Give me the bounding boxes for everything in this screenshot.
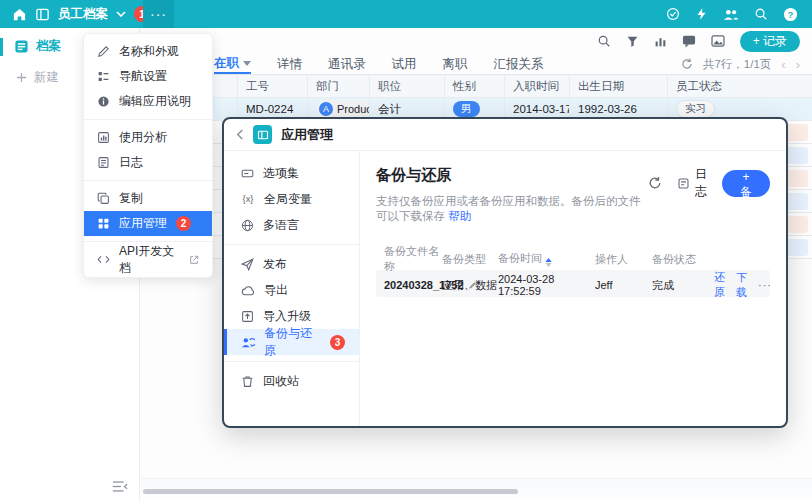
backup-table-header: 备份文件名称 备份类型 备份时间 操作人 备份状态 [376, 244, 770, 264]
col-header[interactable]: 入职时间 [505, 75, 570, 98]
braces-icon: {x} [241, 193, 255, 205]
table-label: 档案 [36, 38, 61, 55]
menu-item-edit-description[interactable]: 编辑应用说明 [84, 89, 212, 114]
info-icon [97, 95, 110, 108]
backup-time: 2024-03-28 17:52:59 [498, 273, 595, 297]
modal-side-option-sets[interactable]: 选项集 [224, 160, 359, 186]
sort-icon[interactable] [545, 258, 552, 267]
horizontal-scrollbar[interactable] [143, 489, 518, 494]
status-pill: 实习 [676, 100, 715, 118]
plus-icon [16, 72, 27, 83]
filter-icon[interactable] [626, 35, 639, 48]
backup-col-header: 备份状态 [652, 252, 714, 267]
table-icon [14, 39, 29, 54]
backup-col-header: 备份类型 [442, 252, 498, 267]
active-table-indicator [0, 38, 3, 56]
download-link[interactable]: 下载 [736, 270, 747, 300]
automation-icon[interactable] [695, 7, 708, 21]
menu-item-usage-analytics[interactable]: 使用分析 [84, 125, 212, 150]
menu-item-api-docs[interactable]: API开发文档 [84, 247, 212, 272]
backup-col-header[interactable]: 备份时间 [498, 251, 595, 267]
col-header[interactable]: 部门 [308, 75, 370, 98]
refresh-icon[interactable] [681, 58, 693, 70]
restore-link[interactable]: 还原 [714, 270, 725, 300]
modal-side-languages[interactable]: 多语言 [224, 212, 359, 238]
modal-side-backup-restore[interactable]: 备份与还原 3 [224, 329, 359, 355]
prev-page-icon[interactable]: ‹ [781, 57, 785, 72]
menu-item-name-appearance[interactable]: 名称和外观 [84, 39, 212, 64]
col-header[interactable]: 出生日期 [570, 75, 668, 98]
svg-text:{x}: {x} [243, 193, 254, 204]
view-tabs: 在职 详情 通讯录 试用 离职 汇报关系 共7行，1/1页 ‹ › [140, 54, 812, 75]
modal-header: 应用管理 [224, 119, 786, 151]
modal-side-global-vars[interactable]: {x} 全局变量 [224, 186, 359, 212]
modal-side-recycle-bin[interactable]: 回收站 [224, 368, 359, 394]
pagination-text: 共7行，1/1页 [703, 57, 771, 72]
col-header[interactable]: 员工状态 [668, 75, 812, 98]
backup-row[interactable]: 20240328_1752 应用、数据 2024-03-28 17:52:59 … [376, 270, 770, 297]
col-header[interactable]: 工号 [238, 75, 308, 98]
app-title[interactable]: 员工档案 [58, 6, 108, 23]
menu-item-logs[interactable]: 日志 [84, 150, 212, 175]
backup-file-name: 20240328_1752 [384, 279, 442, 291]
backup-col-header: 操作人 [595, 252, 652, 267]
menu-item-duplicate[interactable]: 复制 [84, 186, 212, 211]
modal-side-publish[interactable]: 发布 [224, 251, 359, 277]
col-header[interactable]: 性别 [445, 75, 505, 98]
more-menu-button[interactable]: ··· [143, 0, 174, 28]
modal-title: 应用管理 [281, 126, 333, 144]
tab-huibao[interactable]: 汇报关系 [494, 54, 544, 74]
add-backup-button[interactable]: + 备份 [722, 170, 770, 197]
menu-item-navigation[interactable]: 导航设置 [84, 64, 212, 89]
row-search-icon[interactable] [597, 34, 611, 48]
tab-shiyong[interactable]: 试用 [392, 54, 417, 74]
app-management-modal: 应用管理 选项集 {x} 全局变量 多语言 发布 导出 [222, 117, 788, 428]
collapse-sidebar-icon[interactable] [112, 480, 128, 493]
modal-side-export[interactable]: 导出 [224, 277, 359, 303]
app-dropdown-menu: 名称和外观 导航设置 编辑应用说明 使用分析 日志 复制 应用管理 2 API开… [83, 33, 213, 278]
employee-table-header: 工号 部门 职位 性别 入职时间 出生日期 员工状态 [140, 75, 812, 98]
add-record-button[interactable]: + 记录 [740, 31, 800, 52]
help-link[interactable]: 帮助 [448, 210, 471, 222]
tab-xiangqing[interactable]: 详情 [277, 54, 302, 74]
members-icon[interactable] [723, 8, 739, 21]
tasks-icon[interactable] [666, 7, 680, 21]
modal-content: 备份与还原 支持仅备份应用或者备份应用和数据。备份后的文件可以下载保存 帮助 日… [360, 151, 786, 426]
backup-log-button[interactable]: 日志 [677, 166, 707, 200]
comment-icon[interactable] [682, 35, 696, 48]
next-page-icon[interactable]: › [796, 57, 800, 72]
new-table-label: 新建 [34, 69, 59, 86]
chevron-down-icon[interactable] [116, 11, 126, 17]
step-badge-2: 2 [176, 216, 191, 231]
cloud-icon [241, 285, 255, 296]
tab-lizhi[interactable]: 离职 [443, 54, 468, 74]
gallery-icon[interactable] [711, 35, 725, 47]
back-chevron-icon[interactable] [236, 129, 244, 140]
log-icon [97, 156, 110, 169]
modal-side-divider [224, 244, 359, 245]
backup-description: 支持仅备份应用或者备份应用和数据。备份后的文件可以下载保存 帮助 [376, 194, 648, 224]
search-icon[interactable] [754, 7, 768, 21]
col-header[interactable]: 职位 [370, 75, 445, 98]
modal-app-icon [253, 125, 272, 144]
pencil-icon [97, 45, 110, 58]
row-more-icon[interactable]: ··· [758, 279, 772, 291]
option-set-icon [241, 167, 254, 180]
department-avatar: A [319, 102, 333, 116]
backup-type: 应用、数据 [442, 278, 498, 293]
globe-icon [241, 219, 254, 232]
backup-operator: Jeff [595, 279, 652, 291]
topbar: 员工档案 1 ··· ? [0, 0, 812, 28]
tab-tongxunlu[interactable]: 通讯录 [328, 54, 366, 74]
backup-refresh-icon[interactable] [648, 176, 662, 190]
view-toolbar: + 记录 [140, 28, 812, 54]
menu-item-app-management[interactable]: 应用管理 2 [84, 211, 212, 236]
tab-caret-icon [243, 61, 251, 66]
help-icon[interactable]: ? [783, 7, 798, 22]
trash-icon [241, 375, 254, 388]
stats-icon[interactable] [654, 35, 667, 48]
home-icon[interactable] [12, 7, 27, 22]
navigation-icon [97, 70, 110, 83]
tab-zaizhi[interactable]: 在职 [214, 54, 251, 74]
analytics-icon [97, 131, 110, 144]
